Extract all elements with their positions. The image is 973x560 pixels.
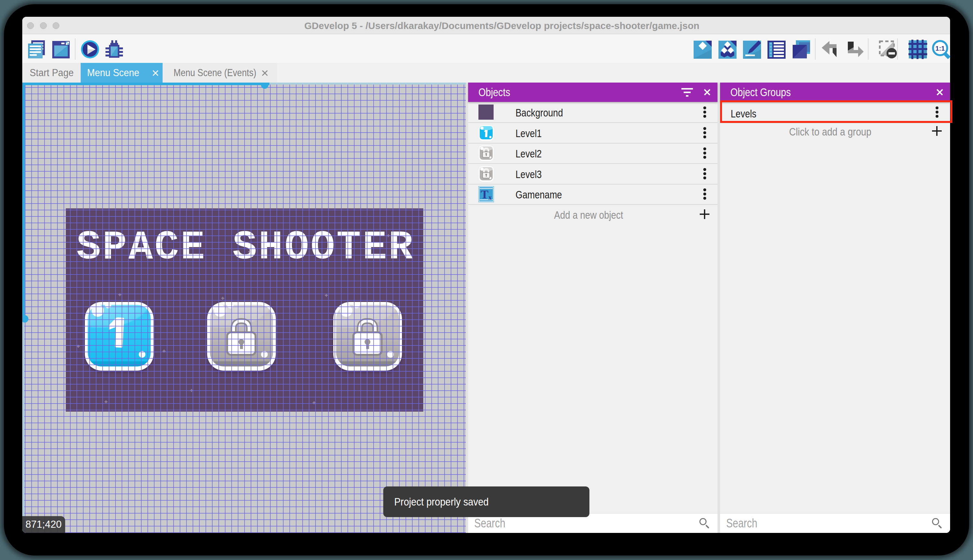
svg-text:T: T [481, 188, 488, 201]
svg-text:1:1: 1:1 [936, 45, 945, 52]
svg-text:x: x [488, 194, 491, 201]
